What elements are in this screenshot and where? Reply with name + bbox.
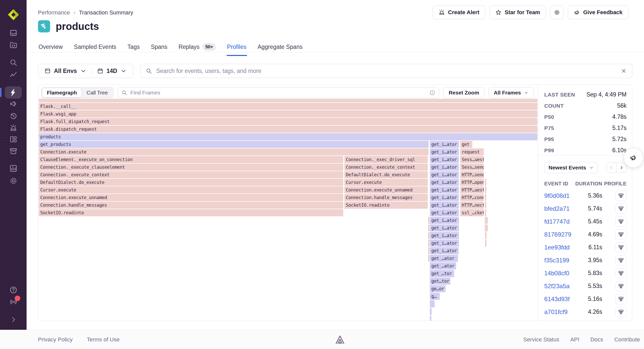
view-profile-button[interactable] (615, 204, 627, 214)
sidebar-item-releases[interactable] (9, 147, 18, 156)
flame-frame[interactable] (485, 232, 487, 239)
tab-replays[interactable]: Replays50+ (178, 43, 216, 55)
event-id-link[interactable]: bfed2a71 (544, 205, 574, 212)
flame-frame[interactable]: get_i…ator (430, 141, 459, 148)
flame-frame[interactable]: Connection._execute_clauseelement (39, 164, 343, 171)
footer-link-contribute[interactable]: Contribute (614, 336, 640, 343)
previous-page-button[interactable] (606, 163, 616, 173)
flame-frame[interactable]: get_i…ator (430, 156, 459, 163)
flame-frame[interactable]: Cursor.execute (39, 186, 343, 193)
sidebar-item-replays[interactable] (9, 112, 18, 120)
flame-frame[interactable]: get_i…ator (430, 232, 459, 239)
flame-frame[interactable]: get_i…ator (430, 148, 459, 156)
event-id-link[interactable]: 6143d93f (544, 296, 574, 303)
sidebar-item-projects[interactable] (9, 41, 18, 49)
sidebar-item-profiling[interactable] (9, 88, 18, 97)
flame-frame[interactable] (485, 202, 486, 209)
flame-frame[interactable] (39, 99, 537, 102)
event-id-link[interactable]: 1ee93fdd (544, 244, 574, 251)
all-frames-dropdown[interactable]: All Frames (489, 87, 534, 98)
flame-frame[interactable]: Connection.handle_messages (344, 194, 428, 201)
flame-frame[interactable]: SocketIO.readinto (39, 209, 343, 216)
footer-link-terms-of-use[interactable]: Terms of Use (87, 336, 120, 343)
flame-frame[interactable]: Cursor.execute (344, 179, 428, 186)
flame-frame[interactable]: Flask.__call__ (39, 103, 537, 110)
flame-frame[interactable]: SocketIO.readinto (344, 202, 428, 209)
sidebar-item-feedback[interactable] (9, 100, 18, 108)
event-sort-dropdown[interactable]: Newest Events (544, 162, 598, 173)
view-profile-button[interactable] (615, 191, 627, 201)
flame-frame[interactable]: Flask.wsgi_app (39, 110, 537, 118)
event-id-link[interactable]: fd17747d (544, 218, 574, 225)
sidebar-item-metrics[interactable] (9, 70, 18, 79)
tab-sampled-events[interactable]: Sampled Events (73, 43, 117, 55)
event-id-link[interactable]: 52f23a5a (544, 283, 574, 290)
flame-frame[interactable]: get_i…ator (430, 202, 459, 209)
flame-frame[interactable]: get_i…ator (430, 217, 459, 224)
find-frames-input[interactable] (130, 89, 427, 96)
flame-frame[interactable] (486, 224, 488, 231)
flame-frame[interactable]: HTTP…open (460, 179, 484, 186)
flame-frame[interactable]: HTTP…conn (460, 194, 484, 201)
flame-frame[interactable] (485, 194, 486, 201)
flame-frame[interactable]: ge…or (430, 285, 446, 292)
footer-link-service-status[interactable]: Service Status (523, 336, 559, 343)
flame-frame[interactable]: g… (430, 293, 440, 300)
tab-tags[interactable]: Tags (127, 43, 140, 55)
clear-search-icon[interactable] (620, 68, 627, 74)
flame-frame[interactable] (485, 179, 486, 186)
flame-frame[interactable]: Connection.execute (39, 148, 429, 156)
flame-frame[interactable]: Connection._exec_driver_sql (344, 156, 428, 163)
tab-spans[interactable]: Spans (150, 43, 168, 55)
flame-frame[interactable]: get_i…ator (430, 179, 459, 186)
call-tree-toggle-button[interactable]: Call Tree (82, 88, 113, 98)
search-input[interactable] (156, 67, 617, 75)
flame-frame[interactable] (428, 240, 430, 247)
sidebar-item-search[interactable] (9, 58, 18, 67)
footer-link-api[interactable]: API (570, 336, 579, 343)
sidebar-item-whats-new[interactable] (9, 298, 18, 306)
flame-frame[interactable] (485, 186, 486, 193)
sidebar-item-settings[interactable] (9, 177, 18, 185)
flame-frame[interactable] (428, 224, 430, 231)
give-feedback-button[interactable]: Give Feedback (568, 6, 628, 19)
environment-selector[interactable]: All Envs (39, 64, 92, 78)
view-profile-button[interactable] (615, 268, 627, 278)
create-alert-button[interactable]: Create Alert (433, 6, 485, 19)
flame-frame[interactable] (428, 232, 430, 239)
flame-frame[interactable]: get_…ator (430, 262, 456, 269)
reset-zoom-button[interactable]: Reset Zoom (443, 87, 484, 98)
sidebar-item-stats[interactable] (9, 164, 18, 173)
flame-frame[interactable]: get_i…ator (430, 209, 459, 216)
flame-frame[interactable]: products (39, 133, 537, 140)
flame-frame[interactable]: get_i…ator (430, 247, 459, 254)
sidebar-item-issues[interactable] (9, 29, 18, 37)
footer-link-privacy-policy[interactable]: Privacy Policy (38, 336, 73, 343)
flamegraph-toggle-button[interactable]: Flamegraph (42, 88, 82, 98)
breadcrumb-performance[interactable]: Performance (38, 9, 70, 16)
feedback-fab-button[interactable] (623, 148, 643, 168)
flame-frame[interactable] (428, 255, 430, 262)
flame-frame[interactable]: get (460, 141, 472, 148)
flame-frame[interactable]: get_i…ator (430, 194, 459, 201)
event-id-link[interactable]: a701fcf9 (544, 308, 574, 316)
star-for-team-button[interactable]: Star for Team (489, 6, 546, 19)
tab-overview[interactable]: Overview (38, 43, 63, 55)
flame-frame[interactable] (430, 300, 435, 307)
flamegraph-canvas[interactable]: Flask.__call__Flask.wsgi_appFlask.full_d… (38, 99, 538, 321)
next-page-button[interactable] (616, 163, 627, 173)
date-range-selector[interactable]: 14D (92, 64, 132, 78)
flame-frame[interactable]: get_i…ator (430, 186, 459, 193)
flame-frame[interactable] (485, 209, 486, 216)
event-id-link[interactable]: 9f0d08d1 (544, 192, 574, 199)
flame-frame[interactable] (486, 217, 488, 224)
sentry-logo-icon[interactable] (7, 8, 20, 21)
flame-frame[interactable]: request (460, 148, 484, 156)
flame-frame[interactable]: get_i…ator (430, 224, 459, 231)
settings-button[interactable] (550, 6, 564, 19)
view-profile-button[interactable] (615, 294, 627, 304)
flame-frame[interactable]: get_i…ator (430, 171, 459, 178)
flame-frame[interactable]: get_i…ator (430, 240, 459, 247)
footer-link-docs[interactable]: Docs (590, 336, 603, 343)
flame-frame[interactable]: ssl_…cket (460, 209, 484, 216)
